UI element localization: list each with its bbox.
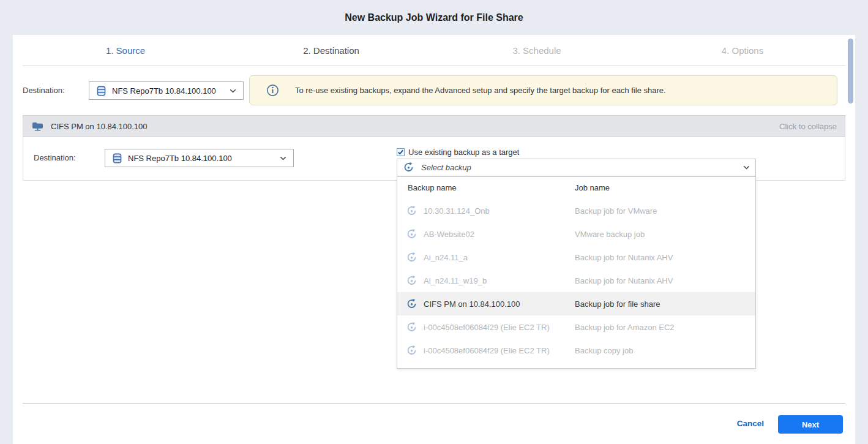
backup-restore-icon [406, 368, 417, 369]
info-message-box: To re-use existing backups, expand the A… [249, 75, 837, 105]
backup-list-item[interactable]: CIFS PM on 10.84.100.100Backup job for f… [397, 292, 755, 315]
column-job-name: Job name [575, 177, 610, 199]
backup-name: CIFS PM on 10.84.100.100 [424, 299, 520, 309]
chevron-down-icon [280, 156, 286, 160]
backup-restore-icon [403, 162, 414, 173]
backup-name: i-00c4508ef06084f29 (Elie EC2 TR) [424, 346, 550, 355]
job-name: Backup copy job [575, 346, 633, 355]
backup-list-item-partial[interactable] [397, 362, 755, 369]
use-existing-backup-checkbox-row[interactable]: Use existing backup as a target [397, 147, 519, 157]
backup-restore-icon [406, 322, 417, 333]
file-share-icon [31, 121, 44, 132]
backup-name: 10.30.31.124_Onb [424, 206, 490, 216]
wizard-titlebar: New Backup Job Wizard for File Share [0, 0, 868, 35]
footer-divider [23, 403, 845, 404]
page-title: New Backup Job Wizard for File Share [345, 12, 523, 23]
cancel-button[interactable]: Cancel [737, 419, 764, 428]
backup-name: AB-Website02 [424, 230, 474, 239]
backup-list-item[interactable]: AB-Website02VMware backup job [397, 222, 755, 246]
chevron-down-icon [743, 165, 750, 170]
job-name: Backup job for file share [575, 299, 660, 309]
backup-list-header: Backup name Job name [397, 177, 755, 199]
select-backup-placeholder: Select backup [421, 163, 471, 172]
destination-value: NFS Repo7Tb 10.84.100.100 [112, 86, 216, 96]
backup-list-item[interactable]: 10.30.31.124_OnbBackup job for VMware [397, 199, 755, 222]
backup-restore-icon [406, 275, 417, 287]
backup-name: i-00c4508ef06084f29 (Elie EC2 TR) [424, 323, 550, 332]
job-name: Backup job for Nutanix AHV [575, 276, 673, 285]
job-name: Backup job for Nutanix AHV [575, 253, 673, 262]
backup-name: Ai_n24.11_a [424, 253, 468, 262]
backup-restore-icon [406, 228, 417, 240]
info-icon [266, 84, 279, 97]
dropdown-scrollbar-thumb[interactable] [848, 39, 853, 103]
next-button[interactable]: Next [778, 415, 843, 434]
step-source[interactable]: 1. Source [23, 35, 228, 66]
job-name: VMware backup job [575, 230, 645, 239]
backup-list-item[interactable]: i-00c4508ef06084f29 (Elie EC2 TR)Backup … [397, 339, 755, 362]
file-share-title: CIFS PM on 10.84.100.100 [51, 122, 148, 131]
use-existing-label: Use existing backup as a target [408, 148, 519, 157]
backup-restore-icon [406, 205, 417, 217]
step-options: 4. Options [640, 35, 845, 66]
chevron-down-icon [230, 89, 236, 93]
wizard-steps: 1. Source 2. Destination 3. Schedule 4. … [23, 35, 845, 66]
column-backup-name: Backup name [408, 177, 457, 199]
file-share-section-header[interactable]: CIFS PM on 10.84.100.100 Click to collap… [23, 115, 845, 137]
destination-select[interactable]: NFS Repo7Tb 10.84.100.100 [89, 81, 244, 100]
select-backup-combo[interactable]: Select backup [397, 159, 756, 176]
step-schedule: 3. Schedule [434, 35, 640, 66]
share-destination-select[interactable]: NFS Repo7Tb 10.84.100.100 [105, 149, 294, 167]
backup-restore-icon [406, 252, 417, 263]
backup-name: Ai_n24.11_w19_b [424, 276, 487, 285]
backup-list-item[interactable]: Ai_n24.11_aBackup job for Nutanix AHV [397, 246, 755, 269]
job-name: Backup job for Amazon EC2 [575, 323, 675, 332]
backup-list-rows: 10.30.31.124_OnbBackup job for VMwareAB-… [397, 199, 755, 369]
backup-list-item[interactable]: Ai_n24.11_w19_bBackup job for Nutanix AH… [397, 269, 755, 292]
info-message-text: To re-use existing backups, expand the A… [295, 86, 666, 95]
backup-list-item[interactable]: i-00c4508ef06084f29 (Elie EC2 TR)Backup … [397, 315, 755, 339]
use-existing-checkbox[interactable] [397, 148, 405, 156]
destination-label: Destination: [23, 81, 65, 100]
backup-restore-icon [406, 345, 417, 356]
job-name: Backup job for VMware [575, 206, 657, 216]
backup-dropdown-list: Backup name Job name 10.30.31.124_OnbBac… [397, 176, 756, 369]
backup-restore-icon [406, 298, 417, 310]
step-destination[interactable]: 2. Destination [228, 35, 434, 66]
repository-icon [96, 86, 107, 96]
repository-icon [112, 153, 122, 164]
collapse-hint: Click to collapse [779, 122, 837, 131]
share-destination-label: Destination: [34, 149, 76, 167]
share-destination-value: NFS Repo7Tb 10.84.100.100 [128, 154, 232, 163]
wizard-panel: 1. Source 2. Destination 3. Schedule 4. … [13, 35, 855, 444]
